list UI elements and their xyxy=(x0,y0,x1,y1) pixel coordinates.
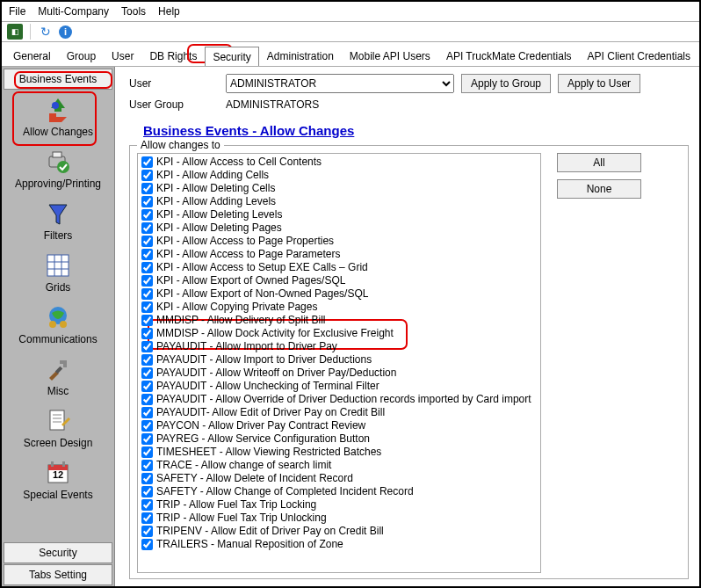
tab-security[interactable]: Security xyxy=(205,47,258,67)
tab-db-rights[interactable]: DB Rights xyxy=(141,46,205,66)
permission-row[interactable]: KPI - Allow Adding Cells xyxy=(141,169,537,182)
tab-trimble-id[interactable]: Trimble ID xyxy=(698,46,699,66)
permission-checkbox[interactable] xyxy=(141,446,153,458)
all-button[interactable]: All xyxy=(557,153,641,172)
permission-row[interactable]: KPI - Allow Deleting Pages xyxy=(141,221,537,235)
permission-row[interactable]: TRAILERS - Manual Reposition of Zone xyxy=(141,538,537,551)
permission-checkbox[interactable] xyxy=(141,209,153,221)
permission-checkbox[interactable] xyxy=(141,341,153,352)
permission-row[interactable]: PAYAUDIT - Allow Writeoff on Driver Pay/… xyxy=(141,367,537,380)
permission-row[interactable]: SAFETY - Allow Delete of Incident Record xyxy=(141,472,537,485)
menu-file[interactable]: File xyxy=(9,5,25,18)
permission-checkbox[interactable] xyxy=(141,526,153,537)
sidebar-item-approving-printing[interactable]: Approving/Printing xyxy=(2,143,114,195)
tab-api-truckmate[interactable]: API TruckMate Credentials xyxy=(438,46,580,66)
permission-row[interactable]: TRACE - Allow change of search limit xyxy=(141,459,537,472)
sidebar-item-communications[interactable]: Communications xyxy=(2,299,114,351)
permission-checkbox[interactable] xyxy=(141,183,153,194)
menu-tools[interactable]: Tools xyxy=(121,5,146,18)
permission-label: KPI - Allow Access to Setup EXE Calls – … xyxy=(156,261,368,274)
permission-checkbox[interactable] xyxy=(141,288,153,300)
permission-checkbox[interactable] xyxy=(141,156,153,168)
none-button[interactable]: None xyxy=(557,179,641,199)
permission-row[interactable]: KPI - Allow Deleting Levels xyxy=(141,208,537,221)
tools-icon xyxy=(44,355,72,383)
permission-row[interactable]: PAYCON - Allow Driver Pay Contract Revie… xyxy=(141,419,537,432)
permission-checkbox[interactable] xyxy=(141,196,153,207)
permission-checkbox[interactable] xyxy=(141,486,153,497)
permission-row[interactable]: SAFETY - Allow Change of Completed Incid… xyxy=(141,485,537,498)
permission-row[interactable]: TRIP - Allow Fuel Tax Trip Locking xyxy=(141,498,537,512)
sidebar-item-special-events[interactable]: 12 Special Events xyxy=(2,454,114,506)
permission-checkbox[interactable] xyxy=(141,249,153,260)
sidebar-item-misc[interactable]: Misc xyxy=(2,351,114,403)
tab-general[interactable]: General xyxy=(5,46,59,66)
info-icon[interactable]: i xyxy=(59,25,72,39)
tab-mobile-api-users[interactable]: Mobile API Users xyxy=(342,46,438,66)
permission-row[interactable]: KPI - Allow Deleting Cells xyxy=(141,182,537,195)
permission-checkbox[interactable] xyxy=(141,262,153,273)
group-legend: Allow changes to xyxy=(137,139,224,151)
apply-to-group-button[interactable]: Apply to Group xyxy=(461,74,551,93)
permission-row[interactable]: PAYAUDIT - Allow Import to Driver Pay xyxy=(141,340,537,353)
permission-checkbox[interactable] xyxy=(141,367,153,379)
permission-checkbox[interactable] xyxy=(141,381,153,392)
permission-row[interactable]: TRIPENV - Allow Edit of Driver Pay on Cr… xyxy=(141,525,537,538)
permission-row[interactable]: PAYAUDIT - Allow Import to Driver Deduct… xyxy=(141,353,537,367)
permission-row[interactable]: PAYAUDIT- Allow Edit of Driver Pay on Cr… xyxy=(141,406,537,419)
permission-checkbox[interactable] xyxy=(141,539,153,550)
permission-checkbox[interactable] xyxy=(141,301,153,313)
sidebar-item-filters[interactable]: Filters xyxy=(2,195,114,247)
permissions-list[interactable]: KPI - Allow Access to Cell ContentsKPI -… xyxy=(137,153,541,573)
sidebar-footer-security[interactable]: Security xyxy=(4,542,112,563)
permission-checkbox[interactable] xyxy=(141,354,153,366)
permission-row[interactable]: KPI - Allow Copying Private Pages xyxy=(141,301,537,314)
tab-api-client[interactable]: API Client Credentials xyxy=(580,46,698,66)
tab-group[interactable]: Group xyxy=(59,46,104,66)
permission-checkbox[interactable] xyxy=(141,170,153,181)
permission-row[interactable]: MMDISP - Allow Delivery of Split Bill xyxy=(141,314,537,327)
permission-row[interactable]: KPI - Allow Access to Page Properties xyxy=(141,235,537,248)
svg-text:12: 12 xyxy=(53,469,63,480)
permission-row[interactable]: MMDISP - Allow Dock Activity for Exclusi… xyxy=(141,327,537,340)
permission-checkbox[interactable] xyxy=(141,407,153,418)
permission-checkbox[interactable] xyxy=(141,236,153,247)
permission-row[interactable]: KPI - Allow Export of Non-Owned Pages/SQ… xyxy=(141,287,537,301)
permission-label: KPI - Allow Deleting Levels xyxy=(156,208,282,221)
permission-row[interactable]: KPI - Allow Access to Setup EXE Calls – … xyxy=(141,261,537,274)
permission-checkbox[interactable] xyxy=(141,473,153,484)
permission-label: KPI - Allow Deleting Pages xyxy=(156,221,282,235)
sidebar-item-allow-changes[interactable]: Allow Changes xyxy=(2,91,114,143)
sidebar-item-grids[interactable]: Grids xyxy=(2,247,114,299)
permission-row[interactable]: TIMESHEET - Allow Viewing Restricted Bat… xyxy=(141,446,537,459)
apply-to-user-button[interactable]: Apply to User xyxy=(558,74,640,93)
permission-row[interactable]: PAYREG - Allow Service Configuration But… xyxy=(141,432,537,446)
permission-row[interactable]: PAYAUDIT - Allow Unchecking of Terminal … xyxy=(141,380,537,393)
permission-checkbox[interactable] xyxy=(141,499,153,511)
sidebar-footer-tabs-setting[interactable]: Tabs Setting xyxy=(4,564,112,585)
tab-administration[interactable]: Administration xyxy=(259,46,342,66)
permission-checkbox[interactable] xyxy=(141,315,153,326)
permission-row[interactable]: KPI - Allow Access to Page Parameters xyxy=(141,248,537,261)
refresh-icon[interactable]: ↻ xyxy=(38,24,54,40)
sidebar-item-screen-design[interactable]: Screen Design xyxy=(2,403,114,454)
permission-row[interactable]: PAYAUDIT - Allow Override of Driver Dedu… xyxy=(141,393,537,406)
permission-checkbox[interactable] xyxy=(141,433,153,445)
permission-checkbox[interactable] xyxy=(141,328,153,339)
permission-row[interactable]: TRIP - Allow Fuel Tax Trip Unlocking xyxy=(141,512,537,525)
menu-help[interactable]: Help xyxy=(158,5,180,18)
recycle-icon xyxy=(44,96,72,124)
permission-row[interactable]: KPI - Allow Access to Cell Contents xyxy=(141,156,537,169)
permission-row[interactable]: KPI - Allow Export of Owned Pages/SQL xyxy=(141,274,537,287)
tab-user[interactable]: User xyxy=(104,46,141,66)
permission-checkbox[interactable] xyxy=(141,460,153,471)
sidebar-header[interactable]: Business Events xyxy=(4,69,112,90)
permission-checkbox[interactable] xyxy=(141,420,153,432)
permission-checkbox[interactable] xyxy=(141,222,153,234)
permission-checkbox[interactable] xyxy=(141,394,153,405)
permission-checkbox[interactable] xyxy=(141,275,153,287)
permission-checkbox[interactable] xyxy=(141,512,153,524)
user-select[interactable]: ADMINISTRATOR xyxy=(226,74,454,93)
menu-multi-company[interactable]: Multi-Company xyxy=(38,5,109,18)
permission-row[interactable]: KPI - Allow Adding Levels xyxy=(141,195,537,208)
